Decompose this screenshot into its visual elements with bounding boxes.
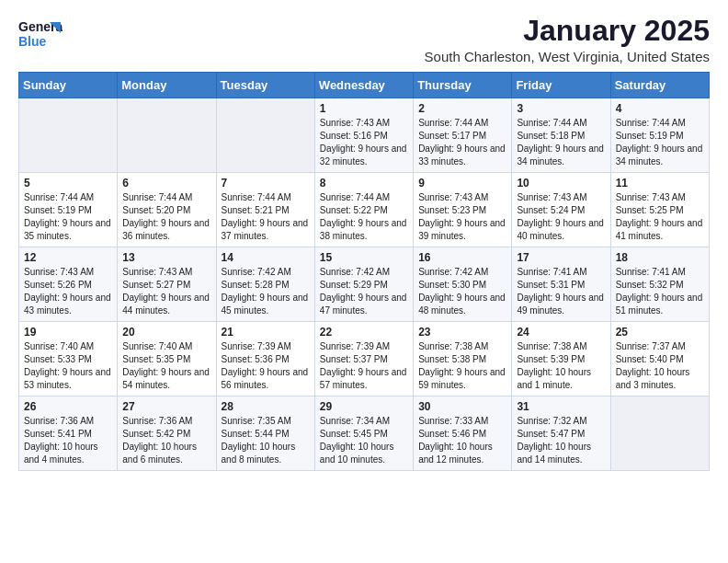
day-info: Sunrise: 7:43 AMSunset: 5:24 PMDaylight:… bbox=[517, 191, 605, 243]
day-info: Sunrise: 7:35 AMSunset: 5:44 PMDaylight:… bbox=[222, 415, 310, 466]
day-info-line: Sunset: 5:27 PM bbox=[122, 280, 190, 290]
day-info: Sunrise: 7:39 AMSunset: 5:37 PMDaylight:… bbox=[320, 340, 408, 392]
day-info-line: Sunset: 5:21 PM bbox=[222, 205, 290, 215]
day-cell: 11Sunrise: 7:43 AMSunset: 5:25 PMDayligh… bbox=[610, 173, 709, 247]
day-info-line: Sunrise: 7:42 AM bbox=[222, 267, 291, 277]
day-info-line: Sunset: 5:31 PM bbox=[517, 280, 585, 290]
day-number: 1 bbox=[320, 102, 408, 115]
day-info-line: Sunrise: 7:34 AM bbox=[320, 416, 390, 426]
week-row-3: 12Sunrise: 7:43 AMSunset: 5:26 PMDayligh… bbox=[19, 247, 710, 322]
day-info: Sunrise: 7:40 AMSunset: 5:35 PMDaylight:… bbox=[122, 340, 210, 392]
day-number: 20 bbox=[122, 326, 210, 339]
day-cell: 22Sunrise: 7:39 AMSunset: 5:37 PMDayligh… bbox=[314, 322, 413, 396]
day-info: Sunrise: 7:43 AMSunset: 5:23 PMDaylight:… bbox=[418, 191, 506, 243]
day-info-line: Sunset: 5:39 PM bbox=[517, 354, 585, 364]
calendar-table: SundayMondayTuesdayWednesdayThursdayFrid… bbox=[18, 72, 710, 471]
day-info-line: Daylight: 9 hours and 43 minutes. bbox=[24, 293, 111, 316]
day-info: Sunrise: 7:44 AMSunset: 5:22 PMDaylight:… bbox=[320, 191, 408, 243]
day-info: Sunrise: 7:43 AMSunset: 5:16 PMDaylight:… bbox=[320, 117, 408, 168]
day-info-line: Sunrise: 7:38 AM bbox=[517, 341, 586, 351]
day-info-line: Daylight: 10 hours and 14 minutes. bbox=[517, 442, 591, 465]
day-number: 17 bbox=[517, 251, 605, 264]
day-info-line: Sunset: 5:45 PM bbox=[320, 429, 388, 439]
day-info-line: Daylight: 9 hours and 37 minutes. bbox=[222, 218, 309, 241]
day-number: 30 bbox=[418, 400, 506, 413]
day-info-line: Sunrise: 7:35 AM bbox=[222, 416, 291, 426]
day-cell: 6Sunrise: 7:44 AMSunset: 5:20 PMDaylight… bbox=[118, 173, 216, 247]
day-info-line: Daylight: 9 hours and 59 minutes. bbox=[418, 367, 506, 390]
day-info-line: Sunset: 5:42 PM bbox=[122, 429, 190, 439]
day-info-line: Daylight: 9 hours and 54 minutes. bbox=[122, 367, 210, 390]
day-info-line: Sunrise: 7:43 AM bbox=[418, 192, 488, 202]
day-info-line: Daylight: 9 hours and 35 minutes. bbox=[24, 218, 111, 241]
day-info-line: Daylight: 9 hours and 36 minutes. bbox=[122, 218, 210, 241]
day-info-line: Sunset: 5:29 PM bbox=[320, 280, 388, 290]
day-info-line: Daylight: 10 hours and 3 minutes. bbox=[616, 367, 690, 390]
day-info: Sunrise: 7:34 AMSunset: 5:45 PMDaylight:… bbox=[320, 415, 408, 466]
day-info: Sunrise: 7:37 AMSunset: 5:40 PMDaylight:… bbox=[616, 340, 704, 392]
day-cell: 3Sunrise: 7:44 AMSunset: 5:18 PMDaylight… bbox=[512, 98, 610, 173]
day-info: Sunrise: 7:43 AMSunset: 5:26 PMDaylight:… bbox=[24, 266, 112, 317]
day-info: Sunrise: 7:43 AMSunset: 5:27 PMDaylight:… bbox=[122, 266, 210, 317]
day-info: Sunrise: 7:42 AMSunset: 5:29 PMDaylight:… bbox=[320, 266, 408, 317]
day-info-line: Sunrise: 7:43 AM bbox=[320, 118, 390, 128]
day-cell bbox=[610, 396, 709, 471]
day-cell: 27Sunrise: 7:36 AMSunset: 5:42 PMDayligh… bbox=[118, 396, 216, 471]
day-info-line: Daylight: 9 hours and 41 minutes. bbox=[616, 218, 703, 241]
day-info-line: Sunset: 5:16 PM bbox=[320, 131, 388, 141]
day-info-line: Daylight: 9 hours and 48 minutes. bbox=[418, 293, 506, 316]
day-info-line: Sunrise: 7:43 AM bbox=[517, 192, 586, 202]
day-cell: 18Sunrise: 7:41 AMSunset: 5:32 PMDayligh… bbox=[610, 247, 709, 322]
day-number: 22 bbox=[320, 326, 408, 339]
day-info-line: Daylight: 9 hours and 38 minutes. bbox=[320, 218, 407, 241]
day-cell: 24Sunrise: 7:38 AMSunset: 5:39 PMDayligh… bbox=[512, 322, 610, 396]
day-cell: 4Sunrise: 7:44 AMSunset: 5:19 PMDaylight… bbox=[610, 98, 709, 173]
day-info-line: Sunrise: 7:43 AM bbox=[24, 267, 94, 277]
day-info: Sunrise: 7:43 AMSunset: 5:25 PMDaylight:… bbox=[616, 191, 704, 243]
day-info-line: Sunset: 5:37 PM bbox=[320, 354, 388, 364]
day-cell: 23Sunrise: 7:38 AMSunset: 5:38 PMDayligh… bbox=[414, 322, 512, 396]
day-info-line: Daylight: 10 hours and 4 minutes. bbox=[24, 442, 98, 465]
day-info-line: Sunrise: 7:32 AM bbox=[517, 416, 586, 426]
day-info-line: Sunset: 5:33 PM bbox=[24, 354, 92, 364]
day-info: Sunrise: 7:44 AMSunset: 5:17 PMDaylight:… bbox=[418, 117, 506, 168]
day-info-line: Sunrise: 7:44 AM bbox=[320, 192, 390, 202]
day-info-line: Sunset: 5:19 PM bbox=[616, 131, 684, 141]
day-number: 23 bbox=[418, 326, 506, 339]
day-info-line: Sunset: 5:22 PM bbox=[320, 205, 388, 215]
day-info-line: Daylight: 9 hours and 40 minutes. bbox=[517, 218, 604, 241]
day-cell: 20Sunrise: 7:40 AMSunset: 5:35 PMDayligh… bbox=[118, 322, 216, 396]
day-number: 31 bbox=[517, 400, 605, 413]
days-header-row: SundayMondayTuesdayWednesdayThursdayFrid… bbox=[19, 73, 710, 98]
day-info-line: Sunset: 5:24 PM bbox=[517, 205, 585, 215]
day-info-line: Sunrise: 7:33 AM bbox=[418, 416, 488, 426]
day-info: Sunrise: 7:36 AMSunset: 5:41 PMDaylight:… bbox=[24, 415, 112, 466]
day-cell: 9Sunrise: 7:43 AMSunset: 5:23 PMDaylight… bbox=[414, 173, 512, 247]
day-cell: 17Sunrise: 7:41 AMSunset: 5:31 PMDayligh… bbox=[512, 247, 610, 322]
day-number: 15 bbox=[320, 251, 408, 264]
day-number: 10 bbox=[517, 177, 605, 190]
day-info-line: Daylight: 10 hours and 10 minutes. bbox=[320, 442, 394, 465]
day-info-line: Sunrise: 7:44 AM bbox=[616, 118, 686, 128]
day-info-line: Sunset: 5:25 PM bbox=[616, 205, 684, 215]
day-info-line: Sunrise: 7:36 AM bbox=[122, 416, 192, 426]
day-cell: 15Sunrise: 7:42 AMSunset: 5:29 PMDayligh… bbox=[314, 247, 413, 322]
day-info-line: Sunset: 5:47 PM bbox=[517, 429, 585, 439]
day-info-line: Sunrise: 7:41 AM bbox=[616, 267, 686, 277]
day-info-line: Sunrise: 7:40 AM bbox=[24, 341, 94, 351]
day-info-line: Sunrise: 7:39 AM bbox=[222, 341, 291, 351]
day-number: 11 bbox=[616, 177, 704, 190]
day-cell bbox=[19, 98, 118, 173]
week-row-2: 5Sunrise: 7:44 AMSunset: 5:19 PMDaylight… bbox=[19, 173, 710, 247]
day-info-line: Sunrise: 7:44 AM bbox=[122, 192, 192, 202]
day-info-line: Sunset: 5:40 PM bbox=[616, 354, 684, 364]
day-number: 27 bbox=[122, 400, 210, 413]
day-info-line: Daylight: 9 hours and 45 minutes. bbox=[222, 293, 309, 316]
day-cell: 8Sunrise: 7:44 AMSunset: 5:22 PMDaylight… bbox=[314, 173, 413, 247]
day-info-line: Sunrise: 7:38 AM bbox=[418, 341, 488, 351]
day-info: Sunrise: 7:38 AMSunset: 5:38 PMDaylight:… bbox=[418, 340, 506, 392]
day-info-line: Sunrise: 7:39 AM bbox=[320, 341, 390, 351]
day-info-line: Sunset: 5:36 PM bbox=[222, 354, 290, 364]
day-info: Sunrise: 7:44 AMSunset: 5:20 PMDaylight:… bbox=[122, 191, 210, 243]
day-info-line: Sunset: 5:18 PM bbox=[517, 131, 585, 141]
